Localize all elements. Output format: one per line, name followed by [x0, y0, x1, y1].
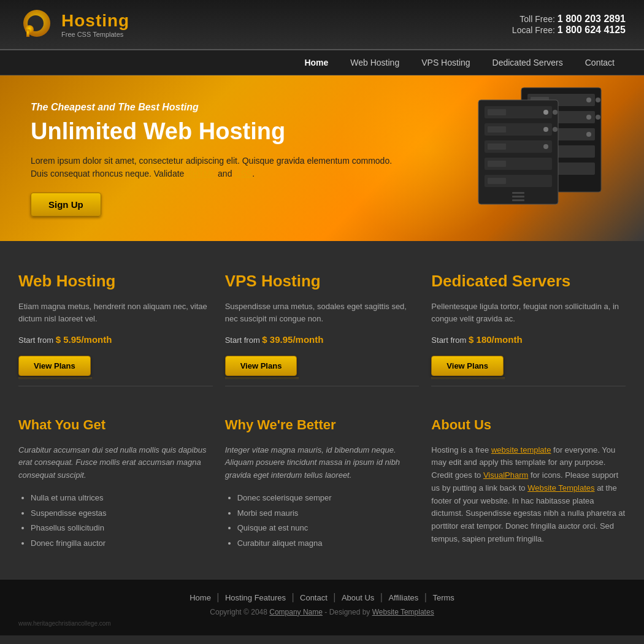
- nav-dedicated-servers[interactable]: Dedicated Servers: [481, 50, 574, 75]
- plans-section: Web Hosting Etiam magna metus, hendrerit…: [18, 266, 626, 386]
- info-what-desc: Curabitur accumsan dui sed nulla mollis …: [18, 444, 213, 482]
- svg-rect-33: [488, 144, 506, 150]
- plan-web-hosting-desc: Etiam magna metus, hendrerit non aliquam…: [18, 301, 213, 324]
- plan-web-hosting-title: Web Hosting: [18, 272, 213, 291]
- footer-link-contact[interactable]: Contact: [300, 593, 328, 602]
- button-reflect-2: [225, 377, 299, 380]
- svg-point-27: [553, 110, 558, 115]
- toll-free-number: 1 800 203 2891: [558, 13, 626, 24]
- css-link[interactable]: CSS: [234, 169, 252, 178]
- nav-web-hosting[interactable]: Web Hosting: [339, 50, 410, 75]
- plan-dedicated-price-line: Start from $ 180/month: [431, 333, 626, 347]
- plan-vps-hosting-price: $ 39.95/month: [262, 334, 323, 345]
- website-template-link[interactable]: website template: [491, 445, 551, 454]
- hero-title: Unlimited Web Hosting: [31, 118, 399, 145]
- info-section: What You Get Curabitur accumsan dui sed …: [18, 417, 626, 554]
- plan-dedicated-servers: Dedicated Servers Pellentesque ligula to…: [431, 266, 626, 386]
- main-content: Web Hosting Etiam magna metus, hendrerit…: [0, 241, 644, 579]
- hero-description: Lorem ipsum dolor sit amet, consectetur …: [31, 155, 399, 180]
- list-item: Suspendisse egestas: [31, 506, 213, 521]
- website-templates-footer-link[interactable]: Website Templates: [372, 608, 434, 616]
- info-why-list: Donec scelerisque semper Morbi sed mauri…: [225, 491, 420, 551]
- footer-copyright: Copyright © 2048 Company Name - Designed…: [18, 608, 626, 616]
- plan-vps-hosting-button[interactable]: View Plans: [225, 356, 297, 376]
- plan-dedicated-title: Dedicated Servers: [431, 272, 626, 291]
- svg-rect-34: [488, 161, 506, 167]
- svg-rect-3: [26, 29, 29, 37]
- server-illustration: [472, 82, 626, 210]
- site-title: Hosting: [61, 11, 129, 31]
- svg-rect-36: [512, 192, 524, 194]
- nav-vps-hosting[interactable]: VPS Hosting: [410, 50, 481, 75]
- info-what-list: Nulla et urna ultrices Suspendisse egest…: [18, 491, 213, 551]
- local-free-number: 1 800 624 4125: [558, 25, 626, 35]
- signup-button[interactable]: Sign Up: [31, 193, 101, 217]
- info-about-desc: Hosting is a free website template for e…: [431, 444, 626, 546]
- company-name-link[interactable]: Company Name: [269, 608, 323, 616]
- logo-area: Hosting Free CSS Templates: [18, 6, 129, 43]
- svg-point-13: [596, 115, 600, 120]
- plan-dedicated-desc: Pellentesque ligula tortor, feugiat non …: [431, 301, 626, 324]
- footer-watermark: www.heritagechristiancollege.com: [18, 620, 626, 627]
- svg-point-29: [553, 127, 558, 132]
- list-item: Curabitur aliquet magna: [237, 536, 420, 551]
- footer-link-hosting-features[interactable]: Hosting Features: [225, 593, 286, 602]
- button-reflect-3: [431, 377, 505, 380]
- site-footer: Home | Hosting Features | Contact | Abou…: [0, 579, 644, 635]
- svg-point-11: [596, 98, 600, 102]
- list-item: Donec fringilla auctor: [31, 536, 213, 551]
- info-why-better: Why We're Better Integer vitae magna mau…: [225, 417, 420, 554]
- info-about-us: About Us Hosting is a free website templ…: [431, 417, 626, 554]
- footer-link-home[interactable]: Home: [190, 593, 211, 602]
- hero-banner: The Cheapest and The Best Hosting Unlimi…: [0, 75, 644, 241]
- svg-point-28: [543, 127, 548, 132]
- footer-link-about-us[interactable]: About Us: [342, 593, 374, 602]
- svg-point-26: [543, 110, 548, 115]
- svg-point-30: [543, 144, 548, 149]
- svg-rect-38: [512, 199, 524, 201]
- website-templates-link[interactable]: Website Templates: [527, 483, 594, 493]
- nav-contact[interactable]: Contact: [574, 50, 626, 75]
- svg-point-14: [586, 132, 591, 137]
- hero-subtitle: The Cheapest and The Best Hosting: [31, 100, 399, 115]
- info-what-title: What You Get: [18, 417, 213, 433]
- list-item: Donec scelerisque semper: [237, 491, 420, 506]
- xhtml-link[interactable]: XHTML: [186, 169, 215, 178]
- footer-links: Home | Hosting Features | Contact | Abou…: [18, 592, 626, 603]
- plan-web-hosting-price-line: Start from $ 5.95/month: [18, 333, 213, 347]
- footer-link-terms[interactable]: Terms: [432, 593, 454, 602]
- svg-rect-31: [488, 109, 506, 115]
- footer-link-affiliates[interactable]: Affiliates: [388, 593, 418, 602]
- info-about-title: About Us: [431, 417, 626, 433]
- info-why-desc: Integer vitae magna mauris, id bibendum …: [225, 444, 420, 482]
- plan-vps-hosting: VPS Hosting Suspendisse urna metus, soda…: [225, 266, 420, 386]
- site-header: Hosting Free CSS Templates Toll Free: 1 …: [0, 0, 644, 50]
- list-item: Phasellus sollicitudin: [31, 521, 213, 536]
- logo-text: Hosting Free CSS Templates: [61, 11, 129, 38]
- logo-icon: [18, 6, 55, 43]
- svg-rect-37: [512, 196, 524, 197]
- main-nav: Home Web Hosting VPS Hosting Dedicated S…: [0, 50, 644, 75]
- button-reflect: [18, 377, 92, 380]
- plan-vps-hosting-price-line: Start from $ 39.95/month: [225, 333, 420, 347]
- nav-home[interactable]: Home: [293, 50, 339, 75]
- list-item: Nulla et urna ultrices: [31, 491, 213, 506]
- svg-point-10: [586, 98, 591, 102]
- toll-free-line: Toll Free: 1 800 203 2891: [512, 13, 626, 25]
- visual-pharm-link[interactable]: VisualPharm: [483, 470, 528, 480]
- plan-dedicated-price: $ 180/month: [469, 334, 523, 345]
- site-tagline: Free CSS Templates: [61, 31, 129, 38]
- plan-vps-hosting-title: VPS Hosting: [225, 272, 420, 291]
- plan-web-hosting-button[interactable]: View Plans: [18, 356, 91, 376]
- list-item: Quisque at est nunc: [237, 521, 420, 536]
- plan-web-hosting-price: $ 5.95/month: [56, 334, 112, 345]
- svg-point-12: [586, 115, 591, 120]
- info-why-title: Why We're Better: [225, 417, 420, 433]
- contact-info: Toll Free: 1 800 203 2891 Local Free: 1 …: [512, 13, 626, 36]
- hero-text: The Cheapest and The Best Hosting Unlimi…: [31, 100, 399, 217]
- info-what-you-get: What You Get Curabitur accumsan dui sed …: [18, 417, 213, 554]
- plan-dedicated-button[interactable]: View Plans: [431, 356, 504, 376]
- plan-vps-hosting-desc: Suspendisse urna metus, sodales eget sag…: [225, 301, 420, 324]
- plan-web-hosting: Web Hosting Etiam magna metus, hendrerit…: [18, 266, 213, 386]
- local-free-line: Local Free: 1 800 624 4125: [512, 25, 626, 36]
